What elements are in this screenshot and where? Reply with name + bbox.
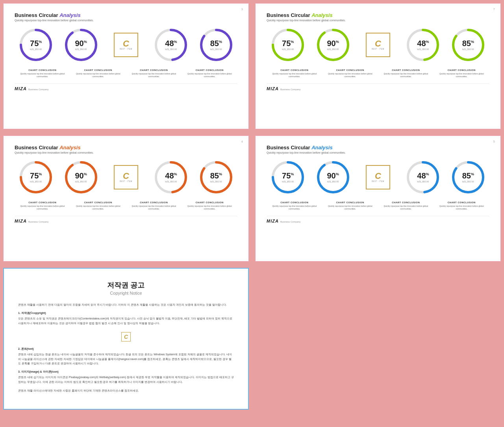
slide-number-1: 3: [241, 7, 243, 11]
slide-subtitle-2: Quickly repurpose top-line innovation be…: [267, 19, 489, 22]
chart-desc-4: CHART CONCLUSION Quickly repurpose top-l…: [182, 69, 238, 78]
chart-item-o1: 75% b(0)_$52.00: [15, 160, 57, 195]
charts-desc-row-4: CHART CONCLUSION Quickly repurpose top-l…: [267, 201, 489, 210]
copyright-section2-title: 2. 폰트(font): [18, 347, 234, 351]
slide-footer-1: MIZA Business Company: [15, 84, 237, 91]
copyright-c-container: C: [18, 330, 234, 344]
slide-number-4: 5: [493, 140, 495, 143]
slide-3: 4 Business Circular Analysis Quickly rep…: [3, 136, 249, 262]
copyright-panel: 저작권 공고 Copyright Notice 콘텐츠 재활을 사용하기 전에 …: [3, 268, 249, 410]
chart-desc-3: CHART CONCLUSION Quickly repurpose top-l…: [126, 69, 182, 78]
chart-item-g1: 75% b(0)_$52.00: [267, 27, 309, 63]
copyright-intro: 콘텐츠 재활을 사용하기 전에 다음의 얼마의 조항을 자세히 읽어 주시기 바…: [18, 303, 234, 307]
slide-subtitle-1: Quickly repurpose top-line innovation be…: [15, 19, 237, 22]
main-grid: 3 Business Circular Analysis Quickly rep…: [0, 0, 504, 413]
chart-item-b2: 90% b(0)_$52.00: [311, 160, 354, 195]
circle-75-purple: 75% b(0)_$52.00: [18, 27, 54, 63]
chart-item-g4: 85% b(0)_$52.00: [447, 27, 489, 63]
copyright-section2-text: 콘텐츠 내에 삽입되는 한글 폰트는 네이버 나눔글꼴의 저작을 준수하여 제작…: [18, 352, 234, 366]
charts-desc-row-2: CHART CONCLUSION Quickly repurpose top-l…: [267, 69, 489, 78]
slide-1: 3 Business Circular Analysis Quickly rep…: [3, 3, 249, 129]
circle-48-purple: 48% b(0)_$52.00: [153, 27, 189, 63]
slide-4: 5 Business Circular Analysis Quickly rep…: [255, 136, 501, 262]
copyright-section3-text: 콘텐츠 내에 삽기되는 이미지와 아이콘은 Pixabay(pixabay.co…: [18, 375, 234, 384]
charts-row-3: 75% b(0)_$52.00 90% b(0)_$52.00: [15, 160, 237, 195]
charts-desc-row-3: CHART CONCLUSION Quickly repurpose top-l…: [15, 201, 237, 210]
chart-item-b1: 75% b(0)_$52.00: [267, 160, 309, 195]
slide-2: 7 Business Circular Analysis Quickly rep…: [255, 3, 501, 129]
chart-item-3: 48% b(0)_$52.00: [150, 27, 192, 63]
slide-subtitle-3: Quickly repurpose top-line innovation be…: [15, 151, 237, 154]
copyright-section1-text: 모든 콘텐츠의 소유 및 저작권은 콘텐츠메이크리아(Contentestate…: [18, 316, 234, 326]
charts-row-2: 75% b(0)_$52.00 90% b(0)_$52.00: [267, 27, 489, 63]
chart-item-b3: 48% b(0)_$52.00: [402, 160, 444, 195]
c-box-1: C BEST · ITEM: [105, 33, 147, 57]
c-box-3: C BEST · ITEM: [105, 165, 147, 189]
slide-footer-2: MIZA Business Company: [267, 84, 489, 91]
slide-title-2: Business Circular Analysis: [267, 12, 489, 18]
chart-item-g3: 48% b(0)_$52.00: [402, 27, 444, 63]
chart-item-b4: 85% b(0)_$52.00: [447, 160, 489, 195]
c-box-4: C BEST · ITEM: [357, 165, 399, 189]
slide-title-4: Business Circular Analysis: [267, 145, 489, 150]
slide-title-1: Business Circular Analysis: [15, 12, 237, 18]
copyright-section3-title: 3. 이미지(image) & 아이콘(icon): [18, 370, 234, 374]
circle-90-purple: 90% b(0)_$52.00: [63, 27, 99, 63]
chart-item-2: 90% b(0)_$52.00: [59, 27, 102, 63]
circle-85-purple: 85% b(0)_$52.00: [198, 27, 234, 63]
slide-number-2: 7: [493, 7, 495, 11]
copyright-title-en: Copyright Notice: [18, 291, 234, 295]
chart-desc-1: CHART CONCLUSION Quickly repurpose top-l…: [15, 69, 70, 78]
slide-number-3: 4: [241, 140, 243, 143]
slide-footer-4: MIZA Business Company: [267, 216, 489, 223]
copyright-title-kr: 저작권 공고: [18, 280, 234, 290]
charts-row-1: 75% b(0)_$52.00 90% b(0)_$52.00: [15, 27, 237, 63]
pink-empty-panel: [255, 268, 501, 410]
chart-desc-2: CHART CONCLUSION Quickly repurpose top-l…: [70, 69, 126, 78]
copyright-section1-title: 1. 저작권(©copyright): [18, 311, 234, 315]
copyright-footer-text: 콘텐츠 재활 라이선스에대한 자세한 사항은 홈페이지 하단에 기재한 콘텐츠라…: [18, 388, 234, 393]
charts-row-4: 75% b(0)_$52.00 90% b(0)_$52.00: [267, 160, 489, 195]
chart-item-o2: 90% b(0)_$52.00: [59, 160, 102, 195]
chart-item-o4: 85% b(0)_$52.00: [195, 160, 237, 195]
chart-item-o3: 48% b(0)_$52.00: [150, 160, 192, 195]
chart-item-1: 75% b(0)_$52.00: [15, 27, 57, 63]
slide-subtitle-4: Quickly repurpose top-line innovation be…: [267, 151, 489, 154]
slide-title-3: Business Circular Analysis: [15, 145, 237, 150]
chart-item-g2: 90% b(0)_$52.00: [311, 27, 354, 63]
chart-item-4: 85% b(0)_$52.00: [195, 27, 237, 63]
c-box-2: C BEST · ITEM: [357, 33, 399, 57]
charts-desc-row-1: CHART CONCLUSION Quickly repurpose top-l…: [15, 69, 237, 78]
slide-footer-3: MIZA Business Company: [15, 216, 237, 223]
